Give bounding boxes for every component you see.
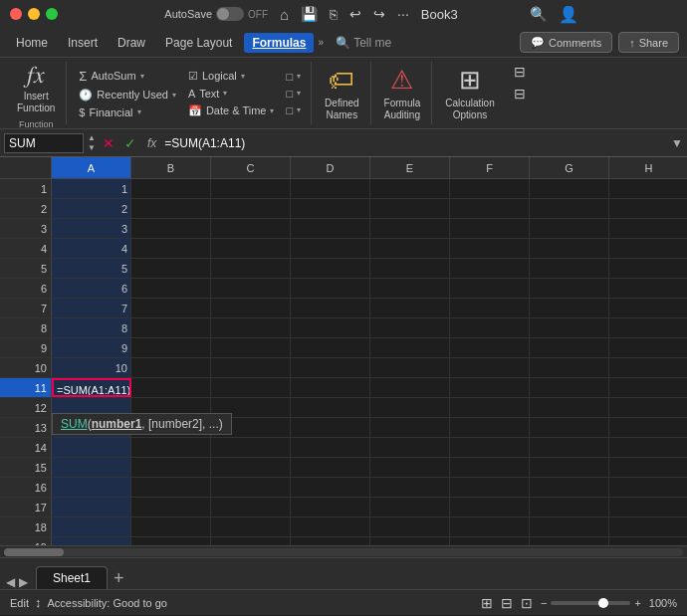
col-header-A[interactable]: A: [52, 157, 131, 178]
cell-A17[interactable]: [52, 498, 131, 516]
cell-C11[interactable]: [211, 378, 291, 397]
cell-E2[interactable]: [370, 199, 450, 218]
cell-D19[interactable]: [291, 537, 370, 545]
tab-nav[interactable]: ◀ ▶: [6, 575, 28, 589]
col-header-E[interactable]: E: [370, 157, 450, 178]
menu-draw[interactable]: Draw: [110, 33, 153, 53]
row-header-6[interactable]: 6: [0, 279, 52, 298]
row-header-7[interactable]: 7: [0, 299, 52, 317]
cell-C17[interactable]: [211, 498, 291, 516]
cell-D8[interactable]: [291, 318, 370, 337]
more-icon[interactable]: ···: [397, 6, 409, 22]
cell-F7[interactable]: [450, 299, 530, 317]
cell-C9[interactable]: [211, 338, 291, 357]
horizontal-scrollbar[interactable]: [0, 545, 687, 557]
cell-D18[interactable]: [291, 517, 370, 536]
date-time-button[interactable]: 📅 Date & Time ▾: [184, 103, 279, 119]
comments-button[interactable]: 💬 Comments: [520, 32, 612, 53]
cell-D2[interactable]: [291, 199, 370, 218]
cell-E4[interactable]: [370, 239, 450, 258]
cell-E14[interactable]: [370, 438, 450, 457]
cell-G12[interactable]: [530, 398, 609, 417]
cell-C14[interactable]: [211, 438, 291, 457]
row-header-4[interactable]: 4: [0, 239, 52, 258]
cell-G19[interactable]: [530, 537, 609, 545]
logical-button[interactable]: ☑ Logical ▾: [184, 68, 279, 85]
calculation-options-button[interactable]: ⊞ CalculationOptions: [440, 62, 499, 124]
zoom-control[interactable]: − +: [541, 597, 641, 609]
row-header-13[interactable]: 13: [0, 418, 52, 437]
cell-D15[interactable]: [291, 458, 370, 477]
cell-H2[interactable]: [609, 199, 687, 218]
row-header-17[interactable]: 17: [0, 498, 52, 516]
cell-C2[interactable]: [211, 199, 291, 218]
cell-D13[interactable]: [291, 418, 370, 437]
cell-H7[interactable]: [609, 299, 687, 317]
cell-C16[interactable]: [211, 478, 291, 497]
row-header-2[interactable]: 2: [0, 199, 52, 218]
tab-next-icon[interactable]: ▶: [19, 575, 28, 589]
cell-B16[interactable]: [131, 478, 211, 497]
save-icon[interactable]: 💾: [301, 6, 318, 22]
cell-D3[interactable]: [291, 219, 370, 238]
cell-H19[interactable]: [609, 537, 687, 545]
cell-F2[interactable]: [450, 199, 530, 218]
cell-B1[interactable]: [131, 179, 211, 198]
profile-icon[interactable]: 👤: [559, 5, 578, 24]
page-break-icon[interactable]: ⊡: [521, 595, 533, 611]
cell-A5[interactable]: 5: [52, 259, 131, 278]
cell-B5[interactable]: [131, 259, 211, 278]
cell-H12[interactable]: [609, 398, 687, 417]
cell-B19[interactable]: [131, 537, 211, 545]
menu-home[interactable]: Home: [8, 33, 56, 53]
autosave-control[interactable]: AutoSave OFF: [164, 7, 268, 21]
cell-E6[interactable]: [370, 279, 450, 298]
cell-D7[interactable]: [291, 299, 370, 317]
cell-G11[interactable]: [530, 378, 609, 397]
cell-E18[interactable]: [370, 517, 450, 536]
extra-icon-1[interactable]: ⊟: [510, 62, 530, 82]
autosum-button[interactable]: Σ AutoSum ▾: [75, 67, 180, 86]
cell-F12[interactable]: [450, 398, 530, 417]
cell-C6[interactable]: [211, 279, 291, 298]
cell-G16[interactable]: [530, 478, 609, 497]
cell-H6[interactable]: [609, 279, 687, 298]
name-box-arrows[interactable]: ▲ ▼: [88, 133, 96, 153]
cell-G8[interactable]: [530, 318, 609, 337]
cell-A10[interactable]: 10: [52, 358, 131, 377]
cell-A4[interactable]: 4: [52, 239, 131, 258]
scrollbar-thumb[interactable]: [4, 548, 64, 556]
cell-H18[interactable]: [609, 517, 687, 536]
cell-E9[interactable]: [370, 338, 450, 357]
menu-formulas[interactable]: Formulas: [244, 33, 314, 53]
cell-G9[interactable]: [530, 338, 609, 357]
menu-tell-me[interactable]: 🔍 Tell me: [328, 33, 399, 53]
cell-G4[interactable]: [530, 239, 609, 258]
cell-B6[interactable]: [131, 279, 211, 298]
add-sheet-button[interactable]: +: [108, 568, 130, 589]
cell-E3[interactable]: [370, 219, 450, 238]
cell-G5[interactable]: [530, 259, 609, 278]
cell-C18[interactable]: [211, 517, 291, 536]
zoom-minus-icon[interactable]: −: [541, 597, 547, 609]
cell-E17[interactable]: [370, 498, 450, 516]
cell-F8[interactable]: [450, 318, 530, 337]
cell-F11[interactable]: [450, 378, 530, 397]
recently-used-button[interactable]: 🕐 Recently Used ▾: [75, 87, 180, 103]
cell-H13[interactable]: [609, 418, 687, 437]
cell-F9[interactable]: [450, 338, 530, 357]
cell-A9[interactable]: 9: [52, 338, 131, 357]
cell-F1[interactable]: [450, 179, 530, 198]
cell-F10[interactable]: [450, 358, 530, 377]
cell-E7[interactable]: [370, 299, 450, 317]
maximize-button[interactable]: [46, 8, 58, 20]
cell-E8[interactable]: [370, 318, 450, 337]
cell-E15[interactable]: [370, 458, 450, 477]
cell-D10[interactable]: [291, 358, 370, 377]
cell-G15[interactable]: [530, 458, 609, 477]
cell-H4[interactable]: [609, 239, 687, 258]
row-header-11[interactable]: 11: [0, 378, 52, 397]
insert-function-button[interactable]: 𝑓𝑥 InsertFunction: [12, 58, 60, 117]
cell-H11[interactable]: [609, 378, 687, 397]
extra-icon-2[interactable]: ⊟: [510, 84, 530, 103]
